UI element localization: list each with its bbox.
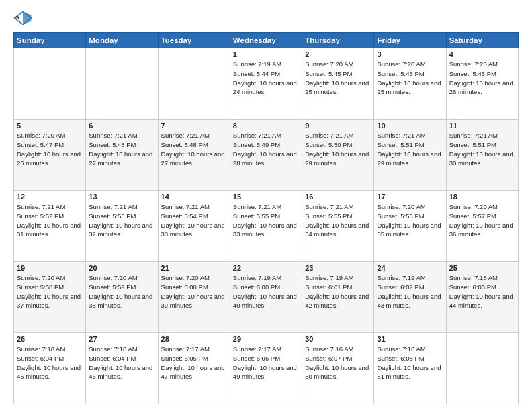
sunset-text: Sunset: 5:58 PM <box>17 283 83 292</box>
daylight-text: Daylight: 10 hours and 25 minutes. <box>305 79 371 97</box>
sunrise-text: Sunrise: 7:17 AM <box>233 345 299 354</box>
calendar-cell <box>158 48 230 120</box>
logo: G <box>13 11 35 26</box>
daylight-text: Daylight: 10 hours and 24 minutes. <box>233 79 299 97</box>
daylight-text: Daylight: 10 hours and 33 minutes. <box>161 221 227 240</box>
day-info: Sunrise: 7:20 AMSunset: 5:45 PMDaylight:… <box>377 60 443 97</box>
day-number: 14 <box>161 193 227 201</box>
daylight-text: Daylight: 10 hours and 51 minutes. <box>377 363 443 382</box>
daylight-text: Daylight: 10 hours and 32 minutes. <box>89 221 154 240</box>
daylight-text: Daylight: 10 hours and 43 minutes. <box>377 292 443 311</box>
sunset-text: Sunset: 6:00 PM <box>161 283 227 292</box>
sunset-text: Sunset: 5:57 PM <box>449 212 515 221</box>
calendar-cell: 22Sunrise: 7:19 AMSunset: 6:00 PMDayligh… <box>230 262 302 333</box>
sunrise-text: Sunrise: 7:20 AM <box>161 273 227 283</box>
daylight-text: Daylight: 10 hours and 25 minutes. <box>377 79 443 97</box>
sunrise-text: Sunrise: 7:20 AM <box>305 60 371 69</box>
daylight-text: Daylight: 10 hours and 42 minutes. <box>305 292 371 311</box>
day-info: Sunrise: 7:20 AMSunset: 5:58 PMDaylight:… <box>17 273 83 310</box>
day-info: Sunrise: 7:18 AMSunset: 6:03 PMDaylight:… <box>449 273 515 310</box>
day-info: Sunrise: 7:21 AMSunset: 5:51 PMDaylight:… <box>449 131 515 168</box>
day-number: 13 <box>89 193 154 201</box>
day-number: 19 <box>17 264 83 272</box>
sunset-text: Sunset: 5:45 PM <box>305 69 371 79</box>
sunset-text: Sunset: 6:01 PM <box>305 283 371 292</box>
calendar-cell: 5Sunrise: 7:20 AMSunset: 5:47 PMDaylight… <box>14 120 86 191</box>
sunset-text: Sunset: 5:55 PM <box>305 212 371 221</box>
calendar-cell: 10Sunrise: 7:21 AMSunset: 5:51 PMDayligh… <box>374 120 446 191</box>
daylight-text: Daylight: 10 hours and 37 minutes. <box>17 292 83 311</box>
day-number: 18 <box>449 193 515 201</box>
sunrise-text: Sunrise: 7:21 AM <box>305 202 371 212</box>
sunrise-text: Sunrise: 7:19 AM <box>377 273 443 283</box>
day-info: Sunrise: 7:20 AMSunset: 5:59 PMDaylight:… <box>89 273 154 310</box>
day-number: 16 <box>305 193 371 201</box>
sunrise-text: Sunrise: 7:21 AM <box>89 202 154 212</box>
header-row: SundayMondayTuesdayWednesdayThursdayFrid… <box>14 33 519 48</box>
sunrise-text: Sunrise: 7:20 AM <box>89 273 154 283</box>
day-info: Sunrise: 7:19 AMSunset: 6:02 PMDaylight:… <box>377 273 443 310</box>
day-of-week-header: Tuesday <box>158 33 230 48</box>
day-number: 21 <box>161 264 227 272</box>
calendar-week-row: 19Sunrise: 7:20 AMSunset: 5:58 PMDayligh… <box>14 262 519 333</box>
day-info: Sunrise: 7:21 AMSunset: 5:53 PMDaylight:… <box>89 202 154 239</box>
day-number: 20 <box>89 264 154 272</box>
day-info: Sunrise: 7:21 AMSunset: 5:48 PMDaylight:… <box>161 131 227 168</box>
sunrise-text: Sunrise: 7:20 AM <box>449 60 515 69</box>
calendar-cell: 17Sunrise: 7:20 AMSunset: 5:56 PMDayligh… <box>374 191 446 262</box>
calendar-cell: 9Sunrise: 7:21 AMSunset: 5:50 PMDaylight… <box>302 120 374 191</box>
calendar-cell: 15Sunrise: 7:21 AMSunset: 5:55 PMDayligh… <box>230 191 302 262</box>
sunrise-text: Sunrise: 7:21 AM <box>233 131 299 140</box>
daylight-text: Daylight: 10 hours and 38 minutes. <box>89 292 154 311</box>
day-info: Sunrise: 7:18 AMSunset: 6:04 PMDaylight:… <box>89 345 154 381</box>
calendar-cell: 3Sunrise: 7:20 AMSunset: 5:45 PMDaylight… <box>374 48 446 120</box>
daylight-text: Daylight: 10 hours and 29 minutes. <box>305 150 371 169</box>
day-info: Sunrise: 7:19 AMSunset: 6:01 PMDaylight:… <box>305 273 371 310</box>
calendar-cell <box>86 48 158 120</box>
day-info: Sunrise: 7:21 AMSunset: 5:54 PMDaylight:… <box>161 202 227 239</box>
calendar-cell: 2Sunrise: 7:20 AMSunset: 5:45 PMDaylight… <box>302 48 374 120</box>
day-info: Sunrise: 7:21 AMSunset: 5:48 PMDaylight:… <box>89 131 154 168</box>
day-number: 4 <box>449 50 515 58</box>
day-of-week-header: Thursday <box>302 33 374 48</box>
day-number: 27 <box>89 335 154 343</box>
day-info: Sunrise: 7:21 AMSunset: 5:52 PMDaylight:… <box>17 202 83 239</box>
sunset-text: Sunset: 5:51 PM <box>377 140 443 150</box>
day-number: 7 <box>161 122 227 130</box>
sunrise-text: Sunrise: 7:18 AM <box>17 345 83 354</box>
sunrise-text: Sunrise: 7:21 AM <box>17 202 83 212</box>
calendar-cell: 13Sunrise: 7:21 AMSunset: 5:53 PMDayligh… <box>86 191 158 262</box>
daylight-text: Daylight: 10 hours and 36 minutes. <box>449 221 515 240</box>
daylight-text: Daylight: 10 hours and 27 minutes. <box>89 150 154 169</box>
day-info: Sunrise: 7:20 AMSunset: 5:56 PMDaylight:… <box>377 202 443 239</box>
sunset-text: Sunset: 5:47 PM <box>17 140 83 150</box>
calendar-week-row: 1Sunrise: 7:19 AMSunset: 5:44 PMDaylight… <box>14 48 519 120</box>
sunset-text: Sunset: 5:48 PM <box>89 140 154 150</box>
sunrise-text: Sunrise: 7:19 AM <box>233 273 299 283</box>
day-number: 1 <box>233 50 299 58</box>
day-of-week-header: Sunday <box>14 33 86 48</box>
sunrise-text: Sunrise: 7:20 AM <box>377 60 443 69</box>
daylight-text: Daylight: 10 hours and 26 minutes. <box>449 79 515 97</box>
day-info: Sunrise: 7:17 AMSunset: 6:06 PMDaylight:… <box>233 345 299 381</box>
calendar-cell: 19Sunrise: 7:20 AMSunset: 5:58 PMDayligh… <box>14 262 86 333</box>
day-info: Sunrise: 7:21 AMSunset: 5:55 PMDaylight:… <box>305 202 371 239</box>
calendar-cell: 27Sunrise: 7:18 AMSunset: 6:04 PMDayligh… <box>86 333 158 404</box>
sunrise-text: Sunrise: 7:19 AM <box>305 273 371 283</box>
day-number: 10 <box>377 122 443 130</box>
calendar-cell: 21Sunrise: 7:20 AMSunset: 6:00 PMDayligh… <box>158 262 230 333</box>
sunrise-text: Sunrise: 7:20 AM <box>17 131 83 140</box>
sunset-text: Sunset: 5:46 PM <box>449 69 515 79</box>
day-of-week-header: Monday <box>86 33 158 48</box>
day-number: 6 <box>89 122 154 130</box>
calendar-cell: 29Sunrise: 7:17 AMSunset: 6:06 PMDayligh… <box>230 333 302 404</box>
day-number: 30 <box>305 335 371 343</box>
daylight-text: Daylight: 10 hours and 49 minutes. <box>233 363 299 382</box>
daylight-text: Daylight: 10 hours and 27 minutes. <box>161 150 227 169</box>
day-info: Sunrise: 7:20 AMSunset: 5:47 PMDaylight:… <box>17 131 83 168</box>
day-number: 15 <box>233 193 299 201</box>
day-info: Sunrise: 7:16 AMSunset: 6:08 PMDaylight:… <box>377 345 443 381</box>
day-number: 3 <box>377 50 443 58</box>
sunset-text: Sunset: 5:48 PM <box>161 140 227 150</box>
day-of-week-header: Friday <box>374 33 446 48</box>
